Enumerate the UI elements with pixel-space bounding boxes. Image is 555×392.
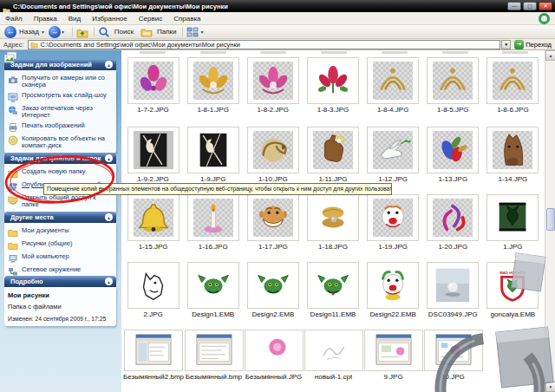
sidebar-item[interactable]: Мои документы [8,227,113,238]
file-item[interactable]: 10.JPG [423,330,483,381]
file-item[interactable]: 1-8-5.JPG [423,57,483,114]
file-item[interactable]: 1-13.JPG [423,127,483,183]
thumbnail[interactable] [486,57,539,104]
thumbnail[interactable] [247,262,299,309]
go-button[interactable]: ➜ Переход [514,40,552,49]
thumbnail[interactable] [187,57,239,104]
thumbnail[interactable] [187,127,239,173]
file-item[interactable]: 1-15.JPG [123,194,183,251]
thumbnail[interactable] [247,194,299,241]
chevron-up-icon[interactable]: ▲ [105,61,113,69]
file-item[interactable]: Безымянный.bmp [184,330,244,381]
file-item[interactable]: Безымянный.JPG [244,330,304,381]
chevron-up-icon[interactable]: ▲ [105,278,113,285]
search-label[interactable]: Поиск [114,28,134,36]
file-item[interactable]: 1-19.JPG [363,194,423,251]
file-item[interactable]: 1-16.JPG [183,194,243,251]
folders-label[interactable]: Папки [157,28,177,36]
thumbnail[interactable] [245,330,304,371]
file-item[interactable]: 1-9.JPG [183,127,243,183]
file-item[interactable]: 1-8-4.JPG [363,57,423,114]
file-item[interactable]: Design2.EMB [243,262,303,318]
file-item[interactable]: MAD HOUNDSgoncalya.EMB [483,262,543,318]
sidebar-item[interactable]: Рисунки (общие) [8,240,113,251]
file-item[interactable]: DSC03949.JPG [423,262,483,318]
panel-header[interactable]: Другие места▲ [4,212,116,223]
file-item[interactable]: Design22.EMB [363,262,423,318]
views-icon[interactable] [186,26,199,38]
maximize-button[interactable]: ▢ [523,2,537,10]
scroll-down-button[interactable]: ▼ [545,382,555,392]
sidebar-item[interactable]: Копировать все объекты на компакт-диск [8,135,113,150]
back-dropdown-icon[interactable]: ▼ [41,29,45,35]
menu-item-Избранное[interactable]: Избранное [92,15,127,23]
thumbnail[interactable] [307,194,359,241]
file-item[interactable]: 9.JPG [363,330,423,381]
thumbnail[interactable] [127,194,180,241]
menu-item-Файл[interactable]: Файл [5,15,23,23]
file-item[interactable]: 1-8-2.JPG [243,57,303,114]
sidebar-item[interactable]: Мой компьютер [8,253,113,264]
thumbnail[interactable] [367,262,419,309]
file-item[interactable]: 2.JPG [123,262,183,318]
folders-icon[interactable] [140,26,153,38]
sidebar-item[interactable]: +Создать новую папку [8,168,113,179]
menu-item-Вид[interactable]: Вид [69,15,81,23]
menu-item-Сервис[interactable]: Сервис [139,15,162,23]
file-item[interactable]: Безымянный2.bmp [123,330,184,381]
close-button[interactable]: ✕ [539,2,552,10]
file-item[interactable]: 1-8-3.JPG [303,57,362,114]
menu-item-Правка[interactable]: Правка [34,15,57,23]
thumbnail[interactable] [367,194,419,241]
back-label[interactable]: Назад [19,28,39,36]
thumbnail[interactable] [124,330,183,371]
thumbnail[interactable] [307,127,359,173]
sidebar-item[interactable]: Просмотреть как слайд-шоу [8,92,113,102]
file-item[interactable]: 1-8-6.JPG [483,57,543,114]
thumbnail[interactable] [367,127,419,173]
thumbnail[interactable] [424,330,483,371]
thumbnail[interactable] [367,57,419,104]
thumbnail[interactable] [427,194,479,241]
address-input[interactable]: C:\Documents and Settings\мой офис\Мои д… [28,40,501,49]
chevron-up-icon[interactable]: ▲ [105,213,113,221]
thumbnail[interactable] [307,262,359,309]
thumbnail[interactable] [486,127,539,173]
panel-header[interactable]: Задачи для файлов и папок▲ [4,153,116,164]
thumbnail[interactable] [486,194,539,241]
views-dropdown-icon[interactable]: ▼ [200,29,205,35]
thumbnail[interactable] [304,330,363,371]
up-folder-icon[interactable] [76,26,88,38]
file-item[interactable]: 1-11.JPG [303,127,362,183]
thumbnail[interactable]: MAD HOUNDS [486,262,539,309]
sidebar-item[interactable]: Печать изображений [8,122,113,133]
thumbnail[interactable] [427,127,479,173]
sidebar-item[interactable]: Получить от камеры или со сканера [8,75,113,89]
forward-button[interactable]: → [49,26,61,38]
back-button[interactable]: ← [4,26,16,38]
file-item[interactable]: 1-20.JPG [423,194,483,251]
thumbnail[interactable] [187,194,239,241]
scroll-up-button[interactable]: ▲ [545,50,555,61]
search-icon[interactable] [98,26,110,38]
vertical-scrollbar[interactable]: ▲ ▼ [545,50,555,392]
file-item[interactable]: Design11.EMB [303,262,362,318]
thumbnail[interactable] [247,127,299,173]
panel-header[interactable]: Задачи для изображений▲ [4,59,116,70]
chevron-up-icon[interactable]: ▲ [105,154,113,162]
thumbnail[interactable] [127,262,180,309]
minimize-button[interactable]: — [507,2,521,10]
file-item[interactable]: 1-12.JPG [363,127,423,183]
sidebar-item[interactable]: Открыть общий доступ к папке [8,194,113,209]
menu-item-Справка[interactable]: Справка [173,15,200,23]
file-item[interactable]: 1-18.JPG [303,194,362,251]
thumbnail[interactable] [185,330,244,371]
panel-header[interactable]: Подробно▲ [4,276,116,287]
thumbnail[interactable] [307,57,359,104]
file-item[interactable]: 1.JPG [483,194,543,251]
scroll-thumb[interactable] [546,208,555,231]
file-item[interactable]: 1-17.JPG [243,194,303,251]
thumbnail[interactable] [187,262,239,309]
thumbnail[interactable] [127,127,180,173]
file-item[interactable]: 1-14.JPG [483,127,543,183]
